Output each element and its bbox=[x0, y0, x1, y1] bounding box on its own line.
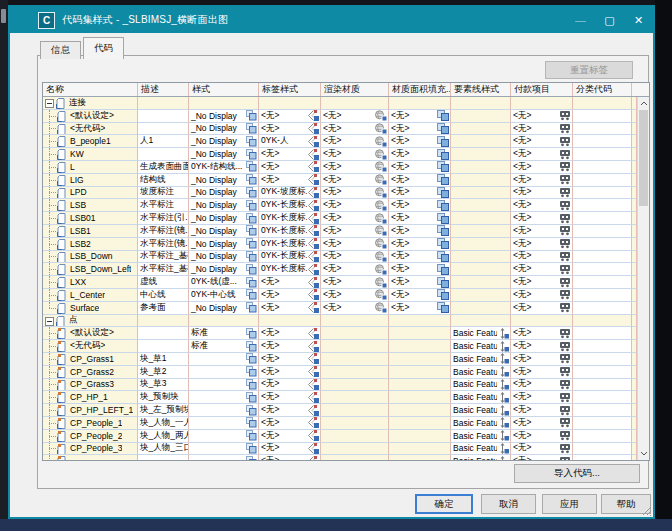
classification-cell[interactable] bbox=[573, 212, 632, 225]
pay-item-icon[interactable] bbox=[559, 417, 571, 428]
description-cell[interactable]: 水平标注 bbox=[138, 199, 189, 212]
tree-item-name[interactable]: CP_HP_LEFT_1 bbox=[43, 404, 138, 417]
area-fill-icon[interactable] bbox=[437, 149, 449, 160]
description-cell[interactable]: 坡度标注 bbox=[138, 187, 189, 200]
label-style-icon[interactable] bbox=[307, 405, 319, 416]
feature-line-cell[interactable]: Basic Featu... bbox=[451, 404, 511, 417]
column-header[interactable]: 名称 bbox=[43, 83, 138, 96]
style-cell[interactable] bbox=[189, 417, 259, 430]
pay-item-icon[interactable] bbox=[559, 430, 571, 441]
style-cell[interactable] bbox=[189, 430, 259, 443]
render-material-cell[interactable]: <无> bbox=[321, 148, 389, 161]
tree-item-name[interactable]: LSB2 bbox=[43, 238, 138, 251]
label-style-cell[interactable]: 0YK-长度标... bbox=[259, 199, 321, 212]
column-header[interactable]: 描述 bbox=[138, 83, 189, 96]
resize-grip[interactable] bbox=[640, 504, 652, 516]
style-picker-icon[interactable] bbox=[245, 353, 257, 364]
description-cell[interactable]: 人1 bbox=[138, 135, 189, 148]
render-material-icon[interactable] bbox=[375, 136, 387, 147]
pay-item-cell[interactable]: <无> bbox=[511, 174, 573, 187]
style-cell[interactable]: 0YK-线(虚... bbox=[189, 276, 259, 289]
label-style-cell[interactable]: 0YK-坡度标... bbox=[259, 187, 321, 200]
pay-item-cell[interactable]: <无> bbox=[511, 302, 573, 315]
label-style-cell[interactable]: 0YK-长度标... bbox=[259, 212, 321, 225]
pay-item-icon[interactable] bbox=[559, 341, 571, 352]
tree-group-row-name[interactable]: 连接 bbox=[43, 97, 138, 110]
table-row[interactable]: LSB1水平标注(镜..._No Display0YK-长度标...<无><无>… bbox=[43, 225, 637, 238]
tree-item-name[interactable]: LPD bbox=[43, 187, 138, 200]
label-style-cell[interactable]: <无> bbox=[259, 417, 321, 430]
tab-codes[interactable]: 代码 bbox=[83, 37, 124, 59]
pay-item-icon[interactable] bbox=[559, 251, 571, 262]
feature-line-cell[interactable]: Basic Featu... bbox=[451, 455, 511, 460]
pay-item-cell[interactable]: <无> bbox=[511, 187, 573, 200]
table-row[interactable]: <默认设定>标准<无>Basic Featu...<无> bbox=[43, 327, 637, 340]
tree-item-name[interactable]: CP_HP_1 bbox=[43, 391, 138, 404]
render-material-icon[interactable] bbox=[375, 174, 387, 185]
pay-item-cell[interactable]: <无> bbox=[511, 417, 573, 430]
feature-line-cell[interactable]: Basic Featu... bbox=[451, 366, 511, 379]
label-style-cell[interactable]: <无> bbox=[259, 455, 321, 460]
style-picker-icon[interactable] bbox=[245, 328, 257, 339]
pay-item-cell[interactable]: <无> bbox=[511, 225, 573, 238]
pay-item-icon[interactable] bbox=[559, 149, 571, 160]
render-material-icon[interactable] bbox=[375, 251, 387, 262]
table-row[interactable]: CP_HP_LEFT_1块_左_预制块...<无>Basic Featu...<… bbox=[43, 404, 637, 417]
label-style-icon[interactable] bbox=[307, 277, 319, 288]
pay-item-cell[interactable]: <无> bbox=[511, 455, 573, 460]
material-fill-cell[interactable]: <无> bbox=[389, 187, 451, 200]
label-style-icon[interactable] bbox=[307, 251, 319, 262]
pay-item-cell[interactable]: <无> bbox=[511, 251, 573, 264]
tree-item-name[interactable]: CP_People_1 bbox=[43, 417, 138, 430]
label-style-cell[interactable]: <无> bbox=[259, 276, 321, 289]
table-row[interactable]: LPD坡度标注_No Display0YK-坡度标...<无><无><无> bbox=[43, 187, 637, 200]
tree-item-name[interactable]: <默认设定> bbox=[43, 327, 138, 340]
material-fill-cell[interactable]: <无> bbox=[389, 148, 451, 161]
feature-line-icon[interactable] bbox=[497, 443, 509, 454]
label-style-icon[interactable] bbox=[307, 341, 319, 352]
table-row[interactable]: <默认设定>_No Display<无><无><无><无> bbox=[43, 110, 637, 123]
area-fill-icon[interactable] bbox=[437, 136, 449, 147]
classification-cell[interactable] bbox=[573, 417, 632, 430]
label-style-cell[interactable]: <无> bbox=[259, 443, 321, 456]
style-cell[interactable] bbox=[189, 391, 259, 404]
pay-item-cell[interactable]: <无> bbox=[511, 123, 573, 136]
column-header[interactable]: 样式 bbox=[189, 83, 259, 96]
feature-line-icon[interactable] bbox=[497, 353, 509, 364]
area-fill-icon[interactable] bbox=[437, 161, 449, 172]
style-cell[interactable]: _No Display bbox=[189, 199, 259, 212]
classification-cell[interactable] bbox=[573, 366, 632, 379]
pay-item-icon[interactable] bbox=[559, 264, 571, 275]
description-cell[interactable] bbox=[138, 123, 189, 136]
style-picker-icon[interactable] bbox=[245, 136, 257, 147]
render-material-cell[interactable]: <无> bbox=[321, 302, 389, 315]
render-material-icon[interactable] bbox=[375, 123, 387, 134]
material-fill-cell[interactable]: <无> bbox=[389, 199, 451, 212]
label-style-cell[interactable]: <无> bbox=[259, 110, 321, 123]
pay-item-cell[interactable]: <无> bbox=[511, 353, 573, 366]
feature-line-icon[interactable] bbox=[497, 405, 509, 416]
description-cell[interactable]: 块_人物_两人 bbox=[138, 430, 189, 443]
pay-item-icon[interactable] bbox=[559, 238, 571, 249]
classification-cell[interactable] bbox=[573, 353, 632, 366]
material-fill-cell[interactable]: <无> bbox=[389, 289, 451, 302]
pay-item-icon[interactable] bbox=[559, 456, 571, 460]
feature-line-cell[interactable]: Basic Featu... bbox=[451, 379, 511, 392]
render-material-cell[interactable]: <无> bbox=[321, 212, 389, 225]
pay-item-icon[interactable] bbox=[559, 136, 571, 147]
style-cell[interactable]: _No Display bbox=[189, 187, 259, 200]
label-style-icon[interactable] bbox=[307, 110, 319, 121]
table-row[interactable]: <无代码>标准<无>Basic Featu...<无> bbox=[43, 340, 637, 353]
render-material-cell[interactable]: <无> bbox=[321, 276, 389, 289]
tab-info[interactable]: 信息 bbox=[40, 41, 81, 59]
label-style-cell[interactable]: <无> bbox=[259, 123, 321, 136]
tree-item-name[interactable]: CP_Grass2 bbox=[43, 366, 138, 379]
tree-item-name[interactable]: LSB1 bbox=[43, 225, 138, 238]
table-row[interactable]: LIG结构线_No Display<无><无><无><无> bbox=[43, 174, 637, 187]
table-row[interactable]: B_people1人1_No Display0YK-人<无><无><无> bbox=[43, 135, 637, 148]
pay-item-cell[interactable]: <无> bbox=[511, 443, 573, 456]
style-picker-icon[interactable] bbox=[245, 123, 257, 134]
label-style-icon[interactable] bbox=[307, 328, 319, 339]
style-cell[interactable]: _No Display bbox=[189, 263, 259, 276]
table-row[interactable]: LSB01水平标注(引..._No Display0YK-长度标...<无><无… bbox=[43, 212, 637, 225]
